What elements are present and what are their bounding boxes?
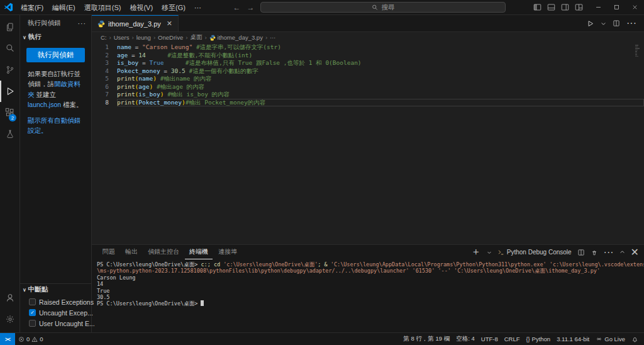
toggle-sidebar-icon[interactable] bbox=[533, 3, 541, 11]
new-terminal-icon[interactable]: ＋ bbox=[471, 246, 481, 259]
status-go-live-label: Go Live bbox=[604, 336, 625, 342]
run-hint-text: 如果要自訂執行並偵錯，請開啟資料夾 並建立 launch.json 檔案。 bbox=[20, 66, 91, 110]
menu-go[interactable]: 移至(G) bbox=[157, 1, 190, 14]
code-line-5[interactable]: 5 print(name) #輸出name 的內容 bbox=[92, 75, 644, 83]
run-and-debug-button[interactable]: 執行與偵錯 bbox=[26, 48, 85, 62]
breadcrumb-item[interactable]: Users bbox=[114, 34, 130, 41]
minimap[interactable] bbox=[635, 45, 643, 57]
activity-testing[interactable] bbox=[0, 123, 19, 145]
maximize-icon[interactable] bbox=[608, 0, 626, 14]
breakpoint-uncaught-exceptions[interactable]: ✓ Uncaught Excep... bbox=[20, 307, 91, 318]
breadcrumb-item[interactable]: OneDrive bbox=[158, 34, 183, 41]
remote-indicator-icon[interactable]: >< bbox=[0, 333, 15, 345]
settings-icon bbox=[4, 314, 16, 325]
split-terminal-icon[interactable] bbox=[577, 249, 585, 256]
panel-tab-ports[interactable]: 連接埠 bbox=[214, 245, 242, 259]
run-section-header[interactable]: ∨ 執行 bbox=[20, 31, 91, 43]
breadcrumb-item[interactable]: C: bbox=[101, 34, 107, 41]
breadcrumb-item[interactable]: ithome_day_3.py bbox=[209, 34, 263, 41]
customize-layout-icon[interactable] bbox=[575, 3, 583, 11]
status-indentation[interactable]: 空格: 4 bbox=[453, 333, 478, 345]
status-language-mode[interactable]: {}Python bbox=[523, 333, 554, 345]
activity-account[interactable] bbox=[0, 287, 19, 308]
breakpoint-checkbox[interactable] bbox=[29, 298, 36, 305]
breakpoint-checkbox[interactable]: ✓ bbox=[29, 309, 36, 316]
close-panel-icon[interactable]: ✕ bbox=[631, 246, 639, 258]
activity-settings[interactable] bbox=[0, 308, 19, 330]
run-python-file-icon[interactable] bbox=[586, 20, 594, 28]
nav-forward-icon[interactable]: → bbox=[247, 3, 254, 12]
status-interpreter[interactable]: 3.11.1 64-bit bbox=[553, 333, 592, 345]
activity-run-and-debug[interactable] bbox=[0, 81, 19, 102]
status-encoding[interactable]: UTF-8 bbox=[478, 333, 501, 345]
sidebar-more-icon[interactable]: ··· bbox=[78, 20, 87, 27]
status-cursor-position-label: 第 8 行，第 19 欄 bbox=[403, 335, 450, 343]
vscode-logo-icon bbox=[0, 3, 16, 12]
status-eol[interactable]: CRLF bbox=[501, 333, 523, 345]
status-notifications[interactable] bbox=[628, 333, 641, 345]
editor-more-actions-icon[interactable]: ··· bbox=[626, 18, 636, 29]
terminal-output[interactable]: PS C:\Users\leung\OneDrive\桌面> c:; cd 'c… bbox=[92, 259, 644, 332]
kill-terminal-icon[interactable] bbox=[591, 249, 598, 256]
menu-more[interactable]: ⋯ bbox=[190, 1, 206, 14]
close-icon[interactable] bbox=[626, 0, 644, 14]
breadcrumb-separator: › bbox=[186, 34, 187, 41]
menu-selection[interactable]: 選取項目(S) bbox=[80, 1, 126, 14]
code-line-2[interactable]: 2 age = 14 #這是整數,不能有小數點(int) bbox=[92, 52, 644, 60]
menu-view[interactable]: 檢視(V) bbox=[125, 1, 157, 14]
breadcrumb-item[interactable]: 桌面 bbox=[190, 33, 202, 42]
launch-json-link[interactable]: launch.json bbox=[28, 101, 61, 108]
breadcrumb-item[interactable]: leung bbox=[136, 34, 151, 41]
breakpoint-user-uncaught-exceptions[interactable]: User Uncaught E... bbox=[20, 318, 91, 329]
code-line-1[interactable]: 1 name = "Carson Leung" #這是字串,可以儲存文字(str… bbox=[92, 43, 644, 52]
tab-close-icon[interactable]: ✕ bbox=[167, 20, 172, 28]
status-cursor-position[interactable]: 第 8 行，第 19 欄 bbox=[400, 333, 453, 345]
breakpoint-raised-exceptions[interactable]: Raised Exceptions bbox=[20, 297, 91, 307]
status-go-live[interactable]: Go Live bbox=[592, 333, 628, 345]
command-center-search[interactable]: 搜尋 bbox=[260, 2, 506, 13]
panel-tab-debug-console[interactable]: 偵錯主控台 bbox=[143, 245, 184, 259]
run-dropdown-chevron-icon[interactable] bbox=[601, 21, 606, 26]
terminal-profile-picker[interactable]: Python Debug Console bbox=[497, 249, 572, 256]
maximize-panel-icon[interactable] bbox=[619, 249, 625, 255]
show-all-debug-configs-link[interactable]: 顯示所有自動偵錯設定。 bbox=[28, 116, 80, 134]
breadcrumb-separator: › bbox=[153, 34, 155, 41]
nav-back-icon[interactable]: ← bbox=[233, 3, 240, 12]
panel-tab-output[interactable]: 輸出 bbox=[121, 245, 142, 259]
menu-edit[interactable]: 編輯(E) bbox=[48, 1, 80, 14]
activity-source-control[interactable] bbox=[0, 59, 19, 81]
code-line-3[interactable]: 3 is_boy = True #這是布林值,只有 True 跟False ,也… bbox=[92, 59, 644, 67]
panel-tab-problems[interactable]: 問題 bbox=[98, 245, 119, 259]
code-line-4[interactable]: 4 Pokect_money = 30.5 #這是一個有小數點的數字 bbox=[92, 67, 644, 76]
code-line-7[interactable]: 7 print(is_boy) #輸出 is_boy 的內容 bbox=[92, 91, 644, 99]
breakpoint-checkbox[interactable] bbox=[29, 320, 36, 327]
braces-icon: {} bbox=[526, 336, 530, 342]
minimize-icon[interactable] bbox=[589, 0, 608, 14]
panel-tab-terminal[interactable]: 終端機 bbox=[185, 245, 213, 259]
panel-more-actions-icon[interactable]: ··· bbox=[604, 247, 614, 258]
source-control-icon bbox=[4, 64, 16, 76]
toggle-panel-icon[interactable] bbox=[547, 3, 555, 11]
chevron-down-icon: ∨ bbox=[23, 35, 26, 40]
activity-extensions[interactable]: 2 bbox=[0, 102, 19, 123]
split-editor-icon[interactable] bbox=[613, 20, 620, 27]
breakpoints-header[interactable]: ∨ 中斷點 bbox=[20, 284, 91, 295]
python-file-icon bbox=[209, 35, 216, 41]
breakpoint-label: User Uncaught E... bbox=[39, 320, 95, 327]
activity-explorer[interactable] bbox=[0, 16, 19, 38]
search-icon bbox=[4, 43, 16, 54]
menu-file[interactable]: 檔案(F) bbox=[16, 1, 48, 14]
terminal-line: PS C:\Users\leung\OneDrive\桌面> c:; cd 'c… bbox=[97, 261, 639, 268]
code-line-8[interactable]: 8 print(Pokect_money)#輸出 Pocket_money的內容 bbox=[92, 99, 644, 107]
warning-count: 0 bbox=[40, 336, 43, 342]
debug-console-icon bbox=[497, 249, 504, 256]
terminal-dropdown-chevron-icon[interactable] bbox=[487, 250, 492, 255]
code-line-6[interactable]: 6 print(age) #輸出age 的內容 bbox=[92, 83, 644, 91]
breadcrumb-separator: › bbox=[265, 34, 267, 41]
code-editor[interactable]: 1 name = "Carson Leung" #這是字串,可以儲存文字(str… bbox=[92, 43, 644, 244]
toggle-secondary-sidebar-icon[interactable] bbox=[561, 3, 569, 11]
activity-search[interactable] bbox=[0, 38, 19, 59]
breadcrumb-item[interactable]: ⋯ bbox=[270, 34, 276, 41]
problems-indicator[interactable]: 0 0 bbox=[15, 333, 47, 345]
tab-ithome-day-3[interactable]: ithome_day_3.py ✕ bbox=[92, 15, 179, 31]
